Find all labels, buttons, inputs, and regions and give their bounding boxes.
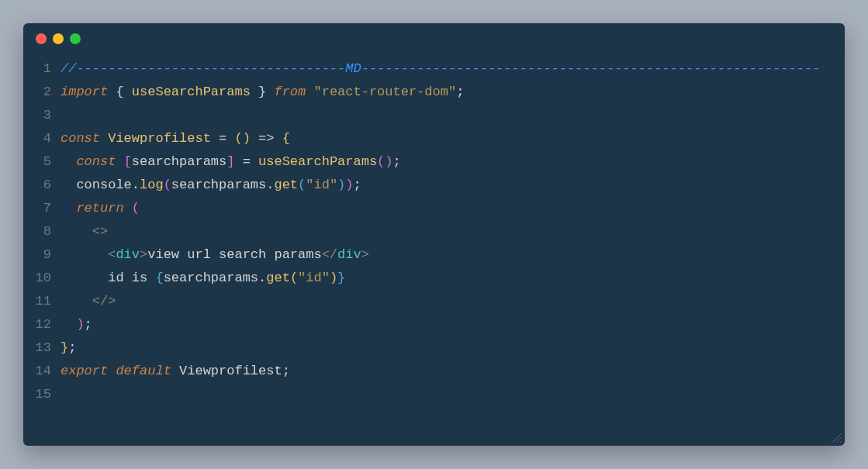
punct-token: ;	[456, 84, 464, 99]
paren-token: )	[76, 317, 84, 332]
punct-token: ;	[354, 178, 361, 192]
close-window-button[interactable]	[36, 33, 47, 44]
keyword-token: from	[274, 84, 306, 99]
space-token	[116, 154, 123, 169]
line-number: 2	[34, 81, 51, 104]
resize-handle-icon[interactable]	[832, 433, 842, 443]
identifier-token: Viewprofilest	[108, 131, 211, 146]
keyword-token: const	[76, 154, 116, 169]
comment-token: //	[61, 61, 76, 76]
method-token: log	[140, 178, 164, 192]
keyword-token: default	[116, 364, 171, 378]
punct-token: {	[108, 84, 132, 99]
identifier-token: Viewprofilest	[179, 364, 282, 378]
code-line: import { useSearchParams } from "react-r…	[61, 81, 829, 104]
indent-token	[61, 154, 76, 169]
keyword-token: return	[76, 201, 123, 216]
punct-token: ;	[393, 154, 401, 169]
bracket-token: [	[124, 154, 132, 169]
comment-token: ----------------------------------------…	[361, 61, 821, 76]
code-line: <div>view url search params</div>	[61, 243, 829, 267]
identifier-token: console	[76, 178, 131, 192]
code-line: );	[61, 313, 829, 336]
brace-token: }	[337, 271, 345, 285]
keyword-token: export	[61, 364, 108, 378]
code-line: export default Viewprofilest;	[61, 360, 829, 383]
code-line: return (	[61, 197, 829, 220]
punct-token: ;	[282, 364, 290, 378]
keyword-token: import	[61, 84, 108, 99]
brace-token: }	[61, 340, 68, 355]
function-token: useSearchParams	[258, 154, 377, 169]
paren-token: )	[345, 178, 353, 192]
space-token	[108, 364, 116, 378]
line-number: 13	[34, 336, 51, 360]
indent-token	[61, 178, 76, 192]
line-number: 9	[34, 243, 51, 267]
punct-token: .	[266, 178, 274, 192]
tag-punct-token: </	[92, 294, 108, 309]
string-token: "id"	[298, 271, 330, 285]
paren-token: (	[132, 201, 140, 216]
tag-token: div	[116, 247, 140, 262]
code-editor-window: 1 2 3 4 5 6 7 8 9 10 11 12 13 14 15 //--…	[23, 23, 845, 446]
paren-token: (	[234, 131, 242, 146]
code-line: const Viewprofilest = () => {	[61, 127, 829, 150]
indent-token	[61, 294, 92, 309]
comment-token: MD	[345, 61, 361, 76]
indent-token	[61, 317, 76, 332]
indent-token	[61, 247, 108, 262]
punct-token: .	[258, 271, 266, 285]
indent-token	[61, 201, 76, 216]
line-number: 14	[34, 360, 51, 383]
line-number-gutter: 1 2 3 4 5 6 7 8 9 10 11 12 13 14 15	[23, 57, 61, 406]
code-line: };	[61, 336, 829, 360]
comment-token: ----------------------------------	[76, 61, 345, 76]
code-line: id is {searchparams.get("id")}	[61, 267, 829, 290]
space-token	[171, 364, 179, 378]
space-token	[124, 201, 132, 216]
space-token	[306, 84, 313, 99]
maximize-window-button[interactable]	[70, 33, 81, 44]
tag-punct-token: >	[140, 247, 147, 262]
punct-token: =	[211, 131, 235, 146]
paren-token: (	[298, 178, 306, 192]
arrow-token: =>	[251, 131, 282, 146]
line-number: 3	[34, 104, 51, 127]
code-line: console.log(searchparams.get("id"));	[61, 174, 829, 197]
indent-token	[61, 224, 92, 239]
code-line	[61, 104, 829, 127]
keyword-token: const	[61, 131, 100, 146]
line-number: 15	[34, 383, 51, 406]
method-token: get	[274, 178, 298, 192]
window-title-bar	[23, 23, 845, 54]
paren-token: (	[377, 154, 385, 169]
punct-token: }	[251, 84, 275, 99]
paren-token: )	[385, 154, 393, 169]
bracket-token: ]	[227, 154, 234, 169]
tag-punct-token: </	[322, 247, 337, 262]
brace-token: {	[155, 271, 163, 285]
identifier-token: searchparams	[132, 154, 227, 169]
minimize-window-button[interactable]	[53, 33, 64, 44]
string-token: "id"	[306, 178, 337, 192]
punct-token: ;	[85, 317, 92, 332]
line-number: 1	[34, 57, 51, 81]
tag-token: div	[337, 247, 361, 262]
line-number: 5	[34, 150, 51, 174]
line-number: 4	[34, 127, 51, 150]
punct-token: ;	[68, 340, 76, 355]
paren-token: (	[164, 178, 171, 192]
line-number: 7	[34, 197, 51, 220]
code-area[interactable]: 1 2 3 4 5 6 7 8 9 10 11 12 13 14 15 //--…	[23, 54, 845, 406]
code-line	[61, 383, 829, 406]
code-line: //----------------------------------MD--…	[61, 57, 829, 81]
indent-token	[61, 271, 108, 285]
line-number: 6	[34, 174, 51, 197]
code-content[interactable]: //----------------------------------MD--…	[61, 57, 845, 406]
line-number: 10	[34, 267, 51, 290]
code-line: <>	[61, 220, 829, 243]
text-token: id is	[108, 271, 155, 285]
identifier-token: searchparams	[171, 178, 266, 192]
code-line: const [searchparams] = useSearchParams()…	[61, 150, 829, 174]
